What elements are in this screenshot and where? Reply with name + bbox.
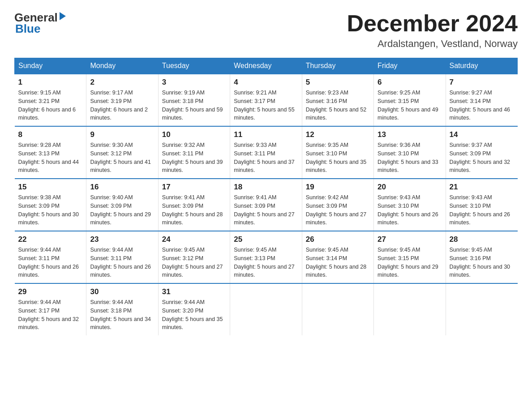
day-info: Sunrise: 9:44 AMSunset: 3:18 PMDaylight:… (90, 298, 154, 332)
calendar-cell: 17 Sunrise: 9:41 AMSunset: 3:09 PMDaylig… (158, 179, 230, 231)
calendar-cell: 22 Sunrise: 9:44 AMSunset: 3:11 PMDaylig… (15, 231, 86, 283)
day-number: 12 (306, 130, 370, 139)
day-info: Sunrise: 9:17 AMSunset: 3:19 PMDaylight:… (90, 89, 154, 122)
day-info: Sunrise: 9:38 AMSunset: 3:09 PMDaylight:… (18, 193, 83, 227)
day-info: Sunrise: 9:42 AMSunset: 3:09 PMDaylight:… (306, 193, 370, 227)
calendar-cell: 19 Sunrise: 9:42 AMSunset: 3:09 PMDaylig… (302, 179, 373, 231)
day-number: 18 (234, 183, 298, 192)
day-info: Sunrise: 9:25 AMSunset: 3:15 PMDaylight:… (378, 89, 442, 122)
calendar-cell (446, 283, 517, 335)
day-number: 21 (450, 183, 514, 192)
day-info: Sunrise: 9:45 AMSunset: 3:14 PMDaylight:… (306, 246, 370, 279)
calendar-cell: 2 Sunrise: 9:17 AMSunset: 3:19 PMDayligh… (86, 74, 158, 126)
calendar-cell: 28 Sunrise: 9:45 AMSunset: 3:16 PMDaylig… (446, 231, 517, 283)
logo-arrow-icon (60, 12, 66, 20)
calendar-cell: 23 Sunrise: 9:44 AMSunset: 3:11 PMDaylig… (86, 231, 158, 283)
day-number: 19 (306, 183, 370, 192)
day-number: 26 (306, 235, 370, 244)
day-number: 3 (162, 78, 226, 87)
logo: General Blue (14, 11, 66, 36)
calendar-cell: 31 Sunrise: 9:44 AMSunset: 3:20 PMDaylig… (158, 283, 230, 335)
calendar-cell: 30 Sunrise: 9:44 AMSunset: 3:18 PMDaylig… (86, 283, 158, 335)
calendar-cell: 10 Sunrise: 9:32 AMSunset: 3:11 PMDaylig… (158, 126, 230, 179)
calendar-cell: 25 Sunrise: 9:45 AMSunset: 3:13 PMDaylig… (230, 231, 302, 283)
day-number: 23 (90, 235, 154, 244)
day-number: 9 (90, 130, 154, 139)
calendar-cell (230, 283, 302, 335)
calendar-cell: 9 Sunrise: 9:30 AMSunset: 3:12 PMDayligh… (86, 126, 158, 179)
day-info: Sunrise: 9:41 AMSunset: 3:09 PMDaylight:… (234, 193, 298, 227)
day-number: 2 (90, 78, 154, 87)
calendar-header-thursday: Thursday (302, 58, 373, 74)
day-number: 15 (18, 183, 83, 192)
day-info: Sunrise: 9:21 AMSunset: 3:17 PMDaylight:… (234, 89, 298, 122)
page-header: General Blue December 2024 Ardalstangen,… (14, 11, 518, 50)
day-info: Sunrise: 9:30 AMSunset: 3:12 PMDaylight:… (90, 141, 154, 175)
calendar-cell: 15 Sunrise: 9:38 AMSunset: 3:09 PMDaylig… (15, 179, 86, 231)
day-info: Sunrise: 9:36 AMSunset: 3:10 PMDaylight:… (378, 141, 442, 175)
day-number: 29 (18, 287, 83, 296)
calendar-cell: 14 Sunrise: 9:37 AMSunset: 3:09 PMDaylig… (446, 126, 517, 179)
day-info: Sunrise: 9:45 AMSunset: 3:16 PMDaylight:… (450, 246, 514, 279)
day-info: Sunrise: 9:43 AMSunset: 3:10 PMDaylight:… (378, 193, 442, 227)
day-number: 4 (234, 78, 298, 87)
calendar-cell: 13 Sunrise: 9:36 AMSunset: 3:10 PMDaylig… (374, 126, 446, 179)
day-info: Sunrise: 9:32 AMSunset: 3:11 PMDaylight:… (162, 141, 226, 175)
day-info: Sunrise: 9:27 AMSunset: 3:14 PMDaylight:… (450, 89, 514, 122)
calendar-header-friday: Friday (374, 58, 446, 74)
calendar-table: SundayMondayTuesdayWednesdayThursdayFrid… (14, 58, 518, 335)
calendar-header-row: SundayMondayTuesdayWednesdayThursdayFrid… (15, 58, 518, 74)
day-number: 14 (450, 130, 514, 139)
day-info: Sunrise: 9:44 AMSunset: 3:17 PMDaylight:… (18, 298, 83, 332)
day-info: Sunrise: 9:45 AMSunset: 3:13 PMDaylight:… (234, 246, 298, 279)
calendar-cell: 11 Sunrise: 9:33 AMSunset: 3:11 PMDaylig… (230, 126, 302, 179)
calendar-cell: 6 Sunrise: 9:25 AMSunset: 3:15 PMDayligh… (374, 74, 446, 126)
calendar-cell (374, 283, 446, 335)
day-info: Sunrise: 9:19 AMSunset: 3:18 PMDaylight:… (162, 89, 226, 122)
calendar-header-sunday: Sunday (15, 58, 86, 74)
month-title: December 2024 (347, 11, 518, 36)
calendar-cell: 12 Sunrise: 9:35 AMSunset: 3:10 PMDaylig… (302, 126, 373, 179)
day-info: Sunrise: 9:45 AMSunset: 3:15 PMDaylight:… (378, 246, 442, 279)
day-number: 6 (378, 78, 442, 87)
day-number: 24 (162, 235, 226, 244)
calendar-header-tuesday: Tuesday (158, 58, 230, 74)
day-info: Sunrise: 9:28 AMSunset: 3:13 PMDaylight:… (18, 141, 83, 175)
day-info: Sunrise: 9:41 AMSunset: 3:09 PMDaylight:… (162, 193, 226, 227)
day-info: Sunrise: 9:15 AMSunset: 3:21 PMDaylight:… (18, 89, 83, 122)
day-info: Sunrise: 9:35 AMSunset: 3:10 PMDaylight:… (306, 141, 370, 175)
calendar-week-row: 8 Sunrise: 9:28 AMSunset: 3:13 PMDayligh… (15, 126, 518, 179)
day-number: 31 (162, 287, 226, 296)
day-number: 13 (378, 130, 442, 139)
day-number: 25 (234, 235, 298, 244)
day-info: Sunrise: 9:37 AMSunset: 3:09 PMDaylight:… (450, 141, 514, 175)
day-number: 20 (378, 183, 442, 192)
day-number: 16 (90, 183, 154, 192)
day-info: Sunrise: 9:33 AMSunset: 3:11 PMDaylight:… (234, 141, 298, 175)
calendar-cell: 29 Sunrise: 9:44 AMSunset: 3:17 PMDaylig… (15, 283, 86, 335)
calendar-cell: 3 Sunrise: 9:19 AMSunset: 3:18 PMDayligh… (158, 74, 230, 126)
calendar-cell: 24 Sunrise: 9:45 AMSunset: 3:12 PMDaylig… (158, 231, 230, 283)
calendar-header-monday: Monday (86, 58, 158, 74)
day-number: 11 (234, 130, 298, 139)
calendar-week-row: 22 Sunrise: 9:44 AMSunset: 3:11 PMDaylig… (15, 231, 518, 283)
day-number: 17 (162, 183, 226, 192)
day-info: Sunrise: 9:23 AMSunset: 3:16 PMDaylight:… (306, 89, 370, 122)
calendar-cell: 18 Sunrise: 9:41 AMSunset: 3:09 PMDaylig… (230, 179, 302, 231)
calendar-cell: 27 Sunrise: 9:45 AMSunset: 3:15 PMDaylig… (374, 231, 446, 283)
calendar-cell: 5 Sunrise: 9:23 AMSunset: 3:16 PMDayligh… (302, 74, 373, 126)
calendar-week-row: 29 Sunrise: 9:44 AMSunset: 3:17 PMDaylig… (15, 283, 518, 335)
calendar-cell (302, 283, 373, 335)
day-number: 30 (90, 287, 154, 296)
calendar-header-wednesday: Wednesday (230, 58, 302, 74)
day-info: Sunrise: 9:40 AMSunset: 3:09 PMDaylight:… (90, 193, 154, 227)
day-number: 8 (18, 130, 83, 139)
calendar-header-saturday: Saturday (446, 58, 517, 74)
calendar-week-row: 15 Sunrise: 9:38 AMSunset: 3:09 PMDaylig… (15, 179, 518, 231)
day-info: Sunrise: 9:44 AMSunset: 3:20 PMDaylight:… (162, 298, 226, 332)
calendar-cell: 7 Sunrise: 9:27 AMSunset: 3:14 PMDayligh… (446, 74, 517, 126)
day-number: 28 (450, 235, 514, 244)
day-info: Sunrise: 9:44 AMSunset: 3:11 PMDaylight:… (18, 246, 83, 279)
day-number: 22 (18, 235, 83, 244)
day-number: 10 (162, 130, 226, 139)
